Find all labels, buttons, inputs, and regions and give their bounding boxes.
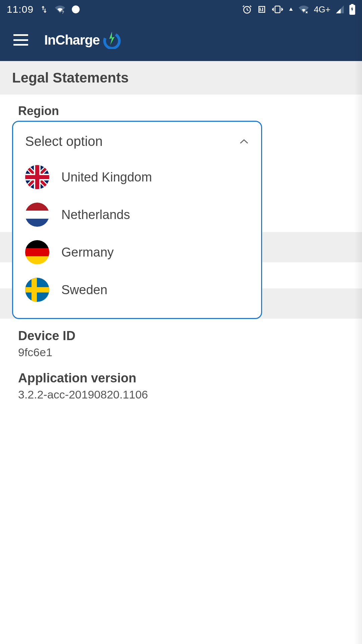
dropdown-header[interactable]: Select option	[25, 131, 249, 158]
device-id-value: 9fc6e1	[18, 346, 344, 359]
flag-se-icon	[25, 278, 49, 302]
app-name: InCharge	[44, 33, 100, 48]
dropdown-option-nl[interactable]: Netherlands	[25, 196, 249, 233]
region-label: Region	[18, 104, 344, 118]
status-right: 4G+	[242, 4, 355, 15]
network-type: 4G+	[314, 4, 330, 15]
triangle-up-icon	[288, 7, 294, 12]
wifi-question-icon: ?	[55, 4, 65, 14]
dropdown-option-uk[interactable]: United Kingdom	[25, 158, 249, 196]
dropdown-option-label: Netherlands	[61, 208, 130, 222]
flag-de-icon	[25, 240, 49, 264]
device-id-label: Device ID	[18, 329, 344, 343]
dropdown-option-label: United Kingdom	[61, 170, 152, 184]
svg-rect-5	[351, 4, 353, 5]
flag-nl-icon	[25, 203, 49, 227]
app-version-value: 3.2.2-acc-20190820.1106	[18, 388, 344, 401]
dropdown-option-de[interactable]: Germany	[25, 233, 249, 271]
svg-text:?: ?	[62, 10, 64, 15]
app-bar: InCharge	[0, 19, 362, 61]
flag-uk-icon	[25, 165, 49, 189]
status-bar: 11:09 ? 4G+	[0, 0, 362, 19]
vibrate-icon	[272, 4, 284, 14]
dropdown-title: Select option	[25, 134, 103, 149]
logo-icon	[103, 31, 121, 49]
chevron-up-icon	[239, 137, 249, 147]
data-sync-icon	[40, 5, 49, 14]
device-id-row: Device ID 9fc6e1	[18, 329, 344, 359]
region-dropdown[interactable]: Select option United Kingdom Netherlands…	[12, 121, 262, 319]
battery-charging-icon	[349, 4, 355, 15]
status-time: 11:09	[7, 4, 34, 15]
app-logo: InCharge	[44, 31, 121, 49]
info-section: Device ID 9fc6e1 Application version 3.2…	[0, 319, 362, 427]
app-version-row: Application version 3.2.2-acc-20190820.1…	[18, 371, 344, 401]
dropdown-option-label: Sweden	[61, 283, 107, 297]
nfc-icon	[257, 4, 267, 14]
dropdown-option-label: Germany	[61, 245, 114, 260]
svg-rect-2	[275, 6, 280, 13]
menu-button[interactable]	[13, 34, 28, 46]
signal-icon	[335, 5, 345, 14]
dropdown-option-se[interactable]: Sweden	[25, 271, 249, 309]
wifi-blocked-icon	[298, 4, 309, 14]
app-version-label: Application version	[18, 371, 344, 385]
status-left: 11:09 ?	[7, 4, 80, 15]
p-app-icon	[71, 5, 80, 14]
alarm-icon	[242, 4, 252, 14]
page-title: Legal Statements	[0, 61, 362, 95]
